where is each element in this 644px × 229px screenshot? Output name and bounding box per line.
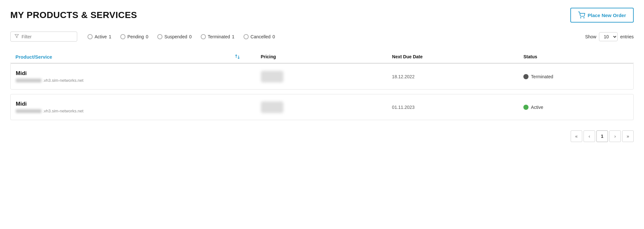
entries-select[interactable]: 10 25 50 bbox=[599, 32, 618, 41]
status-filter-pending[interactable]: Pending 0 bbox=[120, 34, 148, 39]
header-row: MY PRODUCTS & SERVICES Place New Order bbox=[10, 8, 634, 23]
status-count-cancelled: 0 bbox=[272, 34, 275, 39]
domain-blur-2 bbox=[16, 109, 41, 113]
radio-suspended bbox=[157, 34, 162, 39]
pricing-blur-1 bbox=[261, 71, 283, 82]
status-label-2: Active bbox=[531, 105, 543, 110]
svg-point-0 bbox=[580, 17, 581, 18]
table-header: Product/Service Pricing Next Due Date St… bbox=[10, 51, 634, 63]
domain-suffix-1: .vh3.sim-networks.net bbox=[43, 78, 83, 83]
pagination: « ‹ 1 › » bbox=[10, 130, 634, 142]
status-filter-active[interactable]: Active 1 bbox=[87, 34, 111, 39]
col-header-due-date: Next Due Date bbox=[392, 54, 523, 59]
status-label-1: Terminated bbox=[531, 74, 553, 79]
pricing-blur-2 bbox=[261, 101, 283, 113]
pagination-next-button[interactable]: › bbox=[609, 130, 621, 142]
status-filters: Active 1 Pending 0 Suspended 0 Terminate… bbox=[87, 34, 575, 39]
product-name-1: Midi bbox=[16, 70, 235, 77]
radio-cancelled bbox=[244, 34, 249, 39]
pricing-cell-2 bbox=[261, 101, 392, 113]
status-filter-suspended[interactable]: Suspended 0 bbox=[157, 34, 192, 39]
status-count-pending: 0 bbox=[146, 34, 148, 39]
due-date-2: 01.11.2023 bbox=[392, 105, 523, 110]
col-header-product: Product/Service bbox=[15, 54, 235, 60]
radio-terminated bbox=[201, 34, 206, 39]
sort-icon bbox=[235, 54, 240, 60]
col-header-pricing: Pricing bbox=[261, 54, 392, 59]
status-label-terminated: Terminated bbox=[208, 34, 230, 39]
status-label-active: Active bbox=[95, 34, 107, 39]
filter-input[interactable] bbox=[22, 34, 73, 39]
svg-marker-2 bbox=[15, 34, 19, 38]
col-header-status: Status bbox=[523, 54, 629, 59]
pricing-cell-1 bbox=[261, 71, 392, 82]
status-label-cancelled: Cancelled bbox=[251, 34, 271, 39]
filter-wrapper[interactable] bbox=[10, 32, 77, 42]
domain-suffix-2: .vh3.sim-networks.net bbox=[43, 109, 83, 113]
pagination-last-button[interactable]: » bbox=[622, 130, 634, 142]
product-cell-2: Midi .vh3.sim-networks.net bbox=[16, 101, 235, 113]
svg-point-1 bbox=[584, 17, 584, 18]
col-sort-icon[interactable] bbox=[235, 54, 261, 60]
status-label-pending: Pending bbox=[127, 34, 144, 39]
cart-icon bbox=[578, 12, 585, 19]
status-dot-active-2 bbox=[523, 105, 529, 110]
entries-label: entries bbox=[620, 34, 634, 39]
product-name-2: Midi bbox=[16, 101, 235, 107]
product-domain-2: .vh3.sim-networks.net bbox=[16, 109, 235, 113]
show-entries-wrapper: Show 10 25 50 entries bbox=[585, 32, 634, 41]
status-label-suspended: Suspended bbox=[164, 34, 187, 39]
filter-row: Active 1 Pending 0 Suspended 0 Terminate… bbox=[10, 32, 634, 42]
status-count-active: 1 bbox=[109, 34, 111, 39]
status-count-terminated: 1 bbox=[232, 34, 235, 39]
table-row[interactable]: Midi .vh3.sim-networks.net 01.11.2023 Ac… bbox=[10, 94, 634, 120]
radio-pending bbox=[120, 34, 125, 39]
products-table: Product/Service Pricing Next Due Date St… bbox=[10, 51, 634, 120]
radio-active bbox=[87, 34, 93, 39]
product-cell-1: Midi .vh3.sim-networks.net bbox=[16, 70, 235, 83]
domain-blur-1 bbox=[16, 79, 41, 82]
due-date-1: 18.12.2022 bbox=[392, 74, 523, 79]
place-order-label: Place New Order bbox=[588, 13, 626, 18]
show-label: Show bbox=[585, 34, 596, 39]
page-title: MY PRODUCTS & SERVICES bbox=[10, 10, 137, 20]
status-cell-2: Active bbox=[523, 105, 628, 110]
status-cell-1: Terminated bbox=[523, 74, 628, 79]
table-row[interactable]: Midi .vh3.sim-networks.net 18.12.2022 Te… bbox=[10, 63, 634, 90]
pagination-prev-button[interactable]: ‹ bbox=[584, 130, 595, 142]
status-filter-cancelled[interactable]: Cancelled 0 bbox=[244, 34, 275, 39]
pagination-current-page[interactable]: 1 bbox=[596, 130, 608, 142]
status-filter-terminated[interactable]: Terminated 1 bbox=[201, 34, 235, 39]
product-domain-1: .vh3.sim-networks.net bbox=[16, 78, 235, 83]
filter-icon bbox=[14, 34, 19, 39]
status-dot-terminated-1 bbox=[523, 74, 529, 79]
place-new-order-button[interactable]: Place New Order bbox=[570, 8, 634, 23]
pagination-first-button[interactable]: « bbox=[571, 130, 582, 142]
status-count-suspended: 0 bbox=[189, 34, 192, 39]
